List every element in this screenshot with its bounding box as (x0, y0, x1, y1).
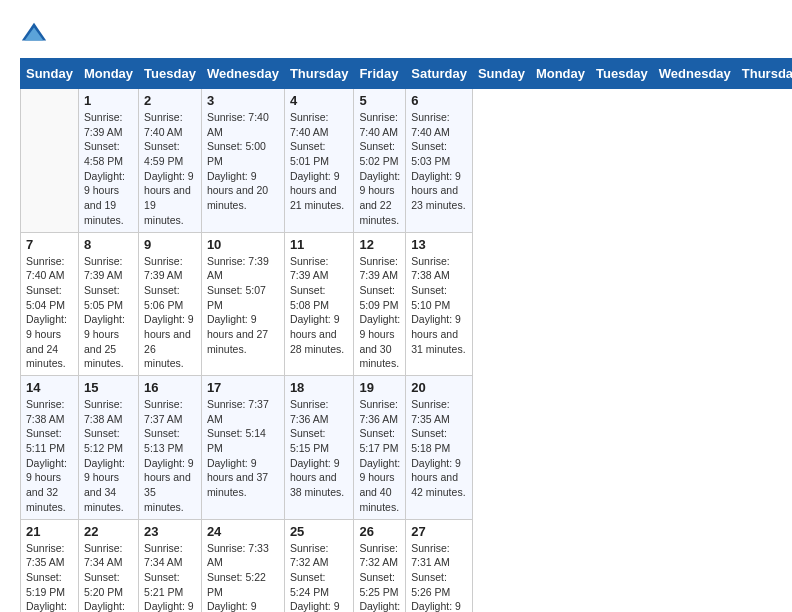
day-number: 2 (144, 93, 196, 108)
calendar-cell: 6Sunrise: 7:40 AMSunset: 5:03 PMDaylight… (406, 89, 473, 233)
day-info: Sunrise: 7:38 AMSunset: 5:10 PMDaylight:… (411, 254, 467, 357)
calendar-cell: 21Sunrise: 7:35 AMSunset: 5:19 PMDayligh… (21, 519, 79, 612)
day-info: Sunrise: 7:39 AMSunset: 5:06 PMDaylight:… (144, 254, 196, 372)
day-info: Sunrise: 7:40 AMSunset: 5:00 PMDaylight:… (207, 110, 279, 213)
col-header-tuesday: Tuesday (139, 59, 202, 89)
day-number: 25 (290, 524, 349, 539)
day-info: Sunrise: 7:34 AMSunset: 5:21 PMDaylight:… (144, 541, 196, 613)
calendar-week-row: 7Sunrise: 7:40 AMSunset: 5:04 PMDaylight… (21, 232, 793, 376)
calendar-cell: 26Sunrise: 7:32 AMSunset: 5:25 PMDayligh… (354, 519, 406, 612)
calendar-cell: 23Sunrise: 7:34 AMSunset: 5:21 PMDayligh… (139, 519, 202, 612)
day-info: Sunrise: 7:39 AMSunset: 5:08 PMDaylight:… (290, 254, 349, 357)
calendar-week-row: 21Sunrise: 7:35 AMSunset: 5:19 PMDayligh… (21, 519, 793, 612)
col-header-thursday: Thursday (736, 59, 792, 89)
calendar-header-row: SundayMondayTuesdayWednesdayThursdayFrid… (21, 59, 793, 89)
calendar-cell: 16Sunrise: 7:37 AMSunset: 5:13 PMDayligh… (139, 376, 202, 520)
day-info: Sunrise: 7:35 AMSunset: 5:18 PMDaylight:… (411, 397, 467, 500)
page-header (20, 20, 772, 48)
day-info: Sunrise: 7:38 AMSunset: 5:12 PMDaylight:… (84, 397, 133, 515)
col-header-sunday: Sunday (21, 59, 79, 89)
day-number: 1 (84, 93, 133, 108)
calendar-cell: 22Sunrise: 7:34 AMSunset: 5:20 PMDayligh… (78, 519, 138, 612)
day-number: 8 (84, 237, 133, 252)
calendar-cell: 1Sunrise: 7:39 AMSunset: 4:58 PMDaylight… (78, 89, 138, 233)
day-info: Sunrise: 7:32 AMSunset: 5:25 PMDaylight:… (359, 541, 400, 613)
day-number: 26 (359, 524, 400, 539)
day-number: 17 (207, 380, 279, 395)
day-info: Sunrise: 7:37 AMSunset: 5:13 PMDaylight:… (144, 397, 196, 515)
day-info: Sunrise: 7:32 AMSunset: 5:24 PMDaylight:… (290, 541, 349, 613)
calendar-week-row: 1Sunrise: 7:39 AMSunset: 4:58 PMDaylight… (21, 89, 793, 233)
day-info: Sunrise: 7:40 AMSunset: 5:03 PMDaylight:… (411, 110, 467, 213)
calendar-cell: 10Sunrise: 7:39 AMSunset: 5:07 PMDayligh… (201, 232, 284, 376)
day-info: Sunrise: 7:39 AMSunset: 5:05 PMDaylight:… (84, 254, 133, 372)
day-number: 15 (84, 380, 133, 395)
day-info: Sunrise: 7:40 AMSunset: 4:59 PMDaylight:… (144, 110, 196, 228)
day-number: 4 (290, 93, 349, 108)
logo-icon (20, 20, 48, 48)
day-info: Sunrise: 7:35 AMSunset: 5:19 PMDaylight:… (26, 541, 73, 613)
calendar-cell: 20Sunrise: 7:35 AMSunset: 5:18 PMDayligh… (406, 376, 473, 520)
logo (20, 20, 52, 48)
day-number: 10 (207, 237, 279, 252)
day-number: 6 (411, 93, 467, 108)
calendar-cell: 17Sunrise: 7:37 AMSunset: 5:14 PMDayligh… (201, 376, 284, 520)
day-number: 22 (84, 524, 133, 539)
day-info: Sunrise: 7:31 AMSunset: 5:26 PMDaylight:… (411, 541, 467, 613)
day-number: 9 (144, 237, 196, 252)
col-header-wednesday: Wednesday (653, 59, 736, 89)
day-info: Sunrise: 7:40 AMSunset: 5:01 PMDaylight:… (290, 110, 349, 213)
calendar-cell: 13Sunrise: 7:38 AMSunset: 5:10 PMDayligh… (406, 232, 473, 376)
day-number: 23 (144, 524, 196, 539)
day-number: 20 (411, 380, 467, 395)
calendar-week-row: 14Sunrise: 7:38 AMSunset: 5:11 PMDayligh… (21, 376, 793, 520)
day-number: 24 (207, 524, 279, 539)
day-info: Sunrise: 7:36 AMSunset: 5:15 PMDaylight:… (290, 397, 349, 500)
calendar-cell: 18Sunrise: 7:36 AMSunset: 5:15 PMDayligh… (284, 376, 354, 520)
calendar-cell: 27Sunrise: 7:31 AMSunset: 5:26 PMDayligh… (406, 519, 473, 612)
day-number: 27 (411, 524, 467, 539)
day-info: Sunrise: 7:39 AMSunset: 5:07 PMDaylight:… (207, 254, 279, 357)
calendar-cell: 15Sunrise: 7:38 AMSunset: 5:12 PMDayligh… (78, 376, 138, 520)
calendar-cell: 12Sunrise: 7:39 AMSunset: 5:09 PMDayligh… (354, 232, 406, 376)
day-info: Sunrise: 7:33 AMSunset: 5:22 PMDaylight:… (207, 541, 279, 613)
col-header-monday: Monday (78, 59, 138, 89)
day-number: 3 (207, 93, 279, 108)
day-number: 14 (26, 380, 73, 395)
calendar-cell: 9Sunrise: 7:39 AMSunset: 5:06 PMDaylight… (139, 232, 202, 376)
day-number: 12 (359, 237, 400, 252)
calendar-cell: 24Sunrise: 7:33 AMSunset: 5:22 PMDayligh… (201, 519, 284, 612)
day-number: 18 (290, 380, 349, 395)
col-header-friday: Friday (354, 59, 406, 89)
calendar-cell: 2Sunrise: 7:40 AMSunset: 4:59 PMDaylight… (139, 89, 202, 233)
calendar-cell: 7Sunrise: 7:40 AMSunset: 5:04 PMDaylight… (21, 232, 79, 376)
day-number: 11 (290, 237, 349, 252)
day-number: 7 (26, 237, 73, 252)
calendar-cell: 14Sunrise: 7:38 AMSunset: 5:11 PMDayligh… (21, 376, 79, 520)
day-info: Sunrise: 7:36 AMSunset: 5:17 PMDaylight:… (359, 397, 400, 515)
day-info: Sunrise: 7:39 AMSunset: 4:58 PMDaylight:… (84, 110, 133, 228)
calendar-cell: 3Sunrise: 7:40 AMSunset: 5:00 PMDaylight… (201, 89, 284, 233)
calendar-table: SundayMondayTuesdayWednesdayThursdayFrid… (20, 58, 792, 612)
day-info: Sunrise: 7:34 AMSunset: 5:20 PMDaylight:… (84, 541, 133, 613)
col-header-thursday: Thursday (284, 59, 354, 89)
col-header-tuesday: Tuesday (591, 59, 654, 89)
col-header-saturday: Saturday (406, 59, 473, 89)
day-number: 13 (411, 237, 467, 252)
day-number: 19 (359, 380, 400, 395)
calendar-cell: 4Sunrise: 7:40 AMSunset: 5:01 PMDaylight… (284, 89, 354, 233)
day-info: Sunrise: 7:38 AMSunset: 5:11 PMDaylight:… (26, 397, 73, 515)
col-header-wednesday: Wednesday (201, 59, 284, 89)
col-header-monday: Monday (530, 59, 590, 89)
calendar-cell: 8Sunrise: 7:39 AMSunset: 5:05 PMDaylight… (78, 232, 138, 376)
day-info: Sunrise: 7:37 AMSunset: 5:14 PMDaylight:… (207, 397, 279, 500)
col-header-sunday: Sunday (472, 59, 530, 89)
calendar-cell (21, 89, 79, 233)
day-info: Sunrise: 7:40 AMSunset: 5:04 PMDaylight:… (26, 254, 73, 372)
calendar-cell: 25Sunrise: 7:32 AMSunset: 5:24 PMDayligh… (284, 519, 354, 612)
calendar-cell: 11Sunrise: 7:39 AMSunset: 5:08 PMDayligh… (284, 232, 354, 376)
day-number: 16 (144, 380, 196, 395)
calendar-cell: 19Sunrise: 7:36 AMSunset: 5:17 PMDayligh… (354, 376, 406, 520)
day-number: 21 (26, 524, 73, 539)
day-number: 5 (359, 93, 400, 108)
